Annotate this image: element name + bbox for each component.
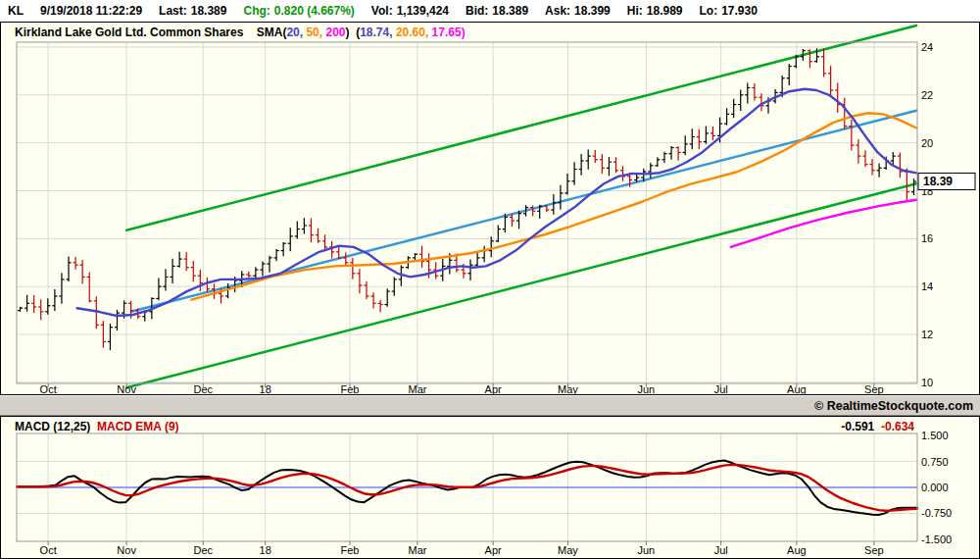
up-bar: [655, 157, 660, 167]
up-bar: [288, 228, 293, 251]
up-bar: [690, 128, 695, 149]
up-bar: [281, 242, 286, 256]
up-bar: [745, 83, 750, 104]
volume-field: Vol:1,139,424: [371, 4, 449, 18]
ask-value: 18.399: [574, 4, 611, 18]
x-axis-label: Mar: [408, 544, 426, 556]
down-bar: [849, 120, 854, 150]
up-bar: [607, 157, 612, 176]
up-bar: [66, 257, 71, 281]
x-axis-label: Aug: [787, 383, 807, 394]
up-bar: [267, 256, 271, 273]
main-chart-panel: Kirkland Lake Gold Ltd. Common Shares SM…: [0, 22, 980, 395]
x-axis-label: Apr: [485, 383, 502, 394]
up-bar: [45, 298, 50, 314]
price-chart-svg: 2422201816141210OctNovDec18FebMarAprMayJ…: [1, 23, 979, 394]
y-axis-label: 10: [921, 377, 933, 388]
down-bar: [710, 127, 715, 140]
down-bar: [343, 253, 348, 267]
down-bar: [544, 205, 549, 212]
up-bar: [18, 307, 23, 312]
down-bar: [378, 300, 383, 312]
x-axis-label: Feb: [341, 383, 360, 394]
up-bar: [683, 135, 688, 155]
down-bar: [191, 261, 196, 281]
up-bar: [891, 152, 896, 165]
down-bar: [38, 299, 43, 320]
last-label: Last:: [159, 4, 187, 18]
up-bar: [648, 163, 653, 178]
up-bar: [731, 99, 736, 118]
chg-label: Chg:: [243, 4, 270, 18]
down-bar: [821, 49, 826, 77]
down-bar: [198, 270, 203, 291]
watermark: © RealtimeStockquote.com: [814, 399, 973, 413]
up-bar: [482, 246, 487, 263]
x-axis-label: Nov: [117, 544, 136, 556]
y-axis-label: 24: [921, 41, 933, 53]
last-price-field: Last:18.389: [159, 4, 226, 18]
stock-quote-screen: KL 9/19/2018 11:22:29 Last:18.389 Chg:0.…: [0, 0, 980, 559]
hi-label: Hi:: [627, 4, 643, 18]
separator-band: © RealtimeStockquote.com: [0, 395, 980, 416]
up-bar: [163, 269, 168, 290]
up-bar: [787, 64, 792, 85]
x-axis-label: Feb: [341, 544, 360, 556]
down-bar: [246, 272, 251, 278]
y-axis-label: 12: [921, 329, 933, 340]
x-axis-label: Apr: [485, 544, 502, 556]
ask-field: Ask:18.399: [545, 4, 611, 18]
up-bar: [385, 288, 390, 307]
y-axis-label: 20: [921, 137, 933, 149]
down-bar: [80, 260, 85, 284]
last-value: 18.389: [191, 4, 227, 18]
up-bar: [115, 310, 120, 330]
datetime: 9/19/2018 11:22:29: [40, 4, 142, 18]
high-field: Hi:18.989: [627, 4, 683, 18]
x-axis-label: Oct: [40, 383, 57, 394]
down-bar: [676, 146, 681, 160]
down-bar: [835, 83, 840, 113]
up-bar: [564, 174, 569, 195]
down-bar: [316, 229, 320, 243]
up-bar: [260, 262, 265, 277]
up-bar: [724, 108, 729, 125]
up-bar: [911, 178, 916, 195]
last-price-label: 18.39: [923, 175, 953, 188]
quote-header: KL 9/19/2018 11:22:29 Last:18.389 Chg:0.…: [0, 0, 980, 22]
y-axis-label: 1.500: [921, 430, 949, 441]
down-bar: [419, 246, 424, 268]
x-axis-label: Nov: [117, 383, 136, 394]
x-axis-label: 18: [260, 544, 271, 556]
x-axis-label: 18: [260, 383, 271, 394]
x-axis-label: Sep: [864, 383, 884, 394]
chg-value: 0.820 (4.667%): [274, 4, 355, 18]
up-bar: [662, 152, 666, 164]
down-bar: [184, 252, 189, 271]
up-bar: [475, 253, 480, 268]
y-axis-label: 0.000: [921, 482, 949, 493]
lo-value: 17.930: [721, 4, 758, 18]
down-bar: [350, 258, 355, 280]
down-bar: [828, 66, 833, 96]
up-bar: [579, 154, 584, 176]
up-bar: [496, 225, 501, 242]
x-axis-label: Oct: [40, 544, 57, 556]
bid-value: 18.389: [492, 4, 528, 18]
up-bar: [571, 162, 576, 185]
up-bar: [177, 252, 182, 268]
down-bar: [31, 295, 36, 313]
down-bar: [898, 152, 903, 178]
up-bar: [52, 289, 57, 311]
y-axis-label: 16: [921, 232, 933, 244]
down-bar: [600, 154, 605, 174]
up-bar: [558, 185, 563, 210]
up-bar: [704, 127, 709, 144]
x-axis-label: May: [558, 383, 578, 394]
up-bar: [586, 150, 591, 170]
macd-chart-svg: 1.5000.7500.000-0.750-1.500OctNovDec18Fe…: [1, 417, 979, 558]
up-bar: [108, 324, 113, 350]
vol-label: Vol:: [371, 4, 393, 18]
x-axis-label: Aug: [787, 544, 807, 556]
x-axis-label: Sep: [864, 544, 884, 556]
